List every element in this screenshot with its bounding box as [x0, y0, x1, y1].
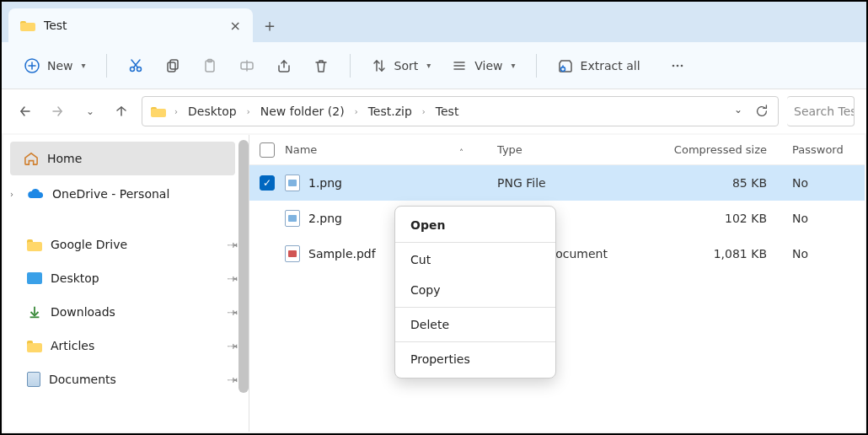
col-size[interactable]: Compressed size [662, 143, 792, 156]
chevron-right-icon: › [351, 107, 362, 116]
file-size: 85 KB [732, 176, 767, 190]
svg-point-19 [676, 64, 678, 67]
ctx-copy[interactable]: Copy [395, 275, 555, 305]
up-button[interactable] [110, 99, 133, 123]
chevron-down-icon: ▾ [512, 61, 516, 70]
file-pw: No [792, 247, 808, 260]
delete-button[interactable] [306, 52, 336, 79]
col-password[interactable]: Password [792, 143, 860, 156]
file-row-samplepdf[interactable]: Sample.pdf Acrobat Document 1,081 KB No [249, 236, 865, 271]
ctx-open[interactable]: Open [395, 210, 555, 240]
copy-button[interactable] [158, 52, 188, 79]
separator [350, 54, 351, 78]
column-headers: Name ˄ Type Compressed size Password [249, 135, 865, 165]
sidebar-label: Downloads [51, 305, 115, 319]
file-row-2png[interactable]: 2.png le 102 KB No [249, 201, 865, 236]
crumb-desktop[interactable]: Desktop [186, 103, 238, 120]
view-label: View [474, 59, 502, 72]
file-name: Sample.pdf [308, 247, 376, 260]
file-type: PNG File [497, 176, 546, 190]
ctx-label: Copy [410, 283, 441, 297]
view-button[interactable]: View ▾ [444, 52, 522, 79]
col-size-label: Compressed size [674, 143, 767, 156]
select-all-checkbox[interactable] [249, 142, 285, 158]
chevron-right-icon: › [419, 107, 429, 116]
crumb-newfolder[interactable]: New folder (2) [259, 103, 346, 120]
sidebar-item-articles[interactable]: Articles 📌︎ [3, 329, 249, 362]
copy-icon [164, 57, 181, 74]
folder-icon [27, 238, 42, 251]
ctx-cut[interactable]: Cut [395, 244, 555, 275]
svg-point-20 [680, 64, 683, 67]
sidebar-item-documents[interactable]: Documents 📌︎ [3, 362, 249, 396]
extract-all-button[interactable]: Extract all [550, 52, 647, 79]
ctx-properties[interactable]: Properties [395, 344, 555, 374]
col-type-label: Type [497, 143, 522, 156]
forward-button[interactable] [46, 99, 69, 123]
tab-test[interactable]: Test × [8, 8, 253, 42]
sidebar-item-home[interactable]: Home [10, 142, 235, 175]
ctx-label: Open [410, 218, 445, 232]
address-bar[interactable]: › Desktop › New folder (2) › Test.zip › … [142, 96, 779, 126]
search-placeholder: Search Test [794, 105, 855, 118]
folder-icon [151, 105, 166, 117]
share-icon [276, 57, 292, 74]
paste-button[interactable] [195, 52, 225, 79]
refresh-icon[interactable] [754, 104, 769, 119]
tab-strip: Test × ＋ [2, 2, 866, 42]
chevron-right-icon: › [171, 107, 181, 116]
chevron-down-icon[interactable]: ⌄ [734, 104, 742, 119]
sidebar-label: Desktop [51, 271, 99, 285]
file-row-1png[interactable]: ✓ 1.png PNG File 85 KB No [249, 165, 865, 201]
view-icon [451, 57, 468, 74]
sidebar-item-downloads[interactable]: Downloads 📌︎ [3, 295, 249, 329]
download-icon [27, 304, 42, 320]
home-icon [24, 152, 39, 165]
ctx-label: Cut [410, 253, 431, 266]
rename-icon [238, 57, 255, 74]
extract-icon [557, 57, 574, 74]
col-pw-label: Password [792, 143, 844, 156]
desktop-icon [27, 272, 42, 284]
rename-button[interactable] [232, 52, 262, 79]
sidebar-item-desktop[interactable]: Desktop 📌︎ [3, 261, 249, 295]
plus-circle-icon [24, 57, 40, 74]
new-button[interactable]: New ▾ [17, 52, 93, 79]
ellipsis-icon [669, 57, 686, 74]
col-name-label: Name [285, 143, 317, 156]
more-button[interactable] [662, 52, 693, 79]
sidebar-item-onedrive[interactable]: › OneDrive - Personal [3, 177, 249, 211]
separator [395, 307, 555, 308]
crumb-test[interactable]: Test [434, 103, 461, 120]
folder-icon [20, 19, 35, 31]
chevron-down-icon: ⌄ [86, 105, 94, 117]
expand-icon[interactable]: › [10, 190, 13, 199]
sidebar-label: Google Drive [51, 238, 127, 251]
new-tab-button[interactable]: ＋ [253, 8, 287, 42]
extract-label: Extract all [581, 59, 640, 72]
back-button[interactable] [13, 99, 37, 123]
trash-icon [313, 57, 330, 74]
recent-button[interactable]: ⌄ [78, 99, 101, 123]
ctx-delete[interactable]: Delete [395, 309, 555, 340]
image-file-icon [285, 210, 300, 227]
sort-button[interactable]: Sort ▾ [364, 52, 438, 79]
separator [395, 341, 555, 342]
col-type[interactable]: Type [497, 143, 662, 156]
pin-icon: 📌︎ [223, 235, 241, 253]
sidebar-item-googledrive[interactable]: Google Drive 📌︎ [3, 228, 249, 261]
search-input[interactable]: Search Test [787, 96, 855, 126]
cut-button[interactable] [121, 52, 151, 79]
sort-icon [371, 57, 388, 74]
close-tab-icon[interactable]: × [230, 18, 241, 34]
share-button[interactable] [269, 52, 299, 79]
crumb-zip[interactable]: Test.zip [367, 103, 414, 120]
separator [536, 54, 537, 78]
clipboard-icon [201, 57, 218, 74]
chevron-down-icon: ▾ [426, 61, 431, 70]
sidebar-label: Articles [51, 339, 94, 352]
tab-title: Test [44, 19, 67, 32]
row-checkbox[interactable]: ✓ [260, 175, 275, 191]
arrow-right-icon [49, 103, 66, 120]
col-name[interactable]: Name ˄ [285, 143, 497, 156]
